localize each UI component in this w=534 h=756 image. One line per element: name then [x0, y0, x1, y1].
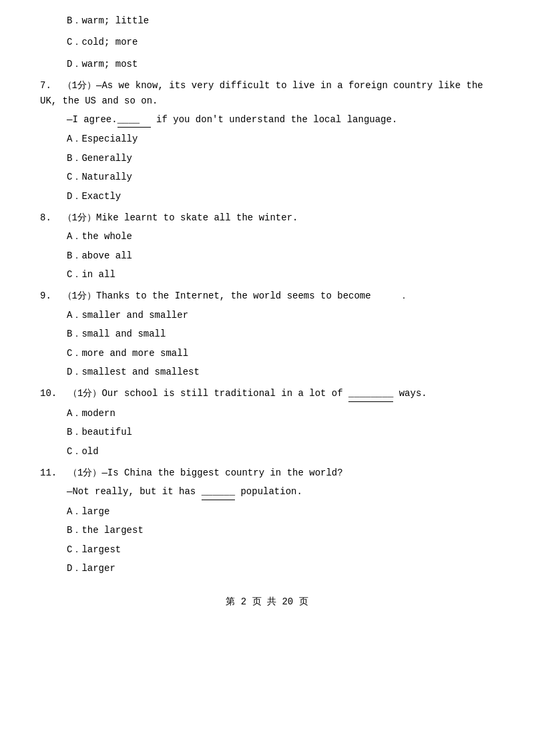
- question-8-option-c: C．in all: [67, 267, 494, 282]
- question-8-text: 8. （1分）Mike learnt to skate all the wint…: [40, 210, 494, 225]
- question-7-option-b: B．Generally: [67, 151, 494, 166]
- option-d-warm-most: D．warm; most: [40, 57, 494, 71]
- question-11-option-d: D．larger: [67, 561, 494, 576]
- question-10-option-a: A．modern: [67, 406, 494, 421]
- question-10-text: 10. （1分）Our school is still traditional …: [40, 386, 494, 401]
- question-11-subtext: —Not really, but it has ______ populatio…: [40, 484, 494, 500]
- option-text: B．warm; little: [67, 13, 494, 28]
- question-10: 10. （1分）Our school is still traditional …: [40, 386, 494, 459]
- question-8: 8. （1分）Mike learnt to skate all the wint…: [40, 210, 494, 282]
- question-11-text: 11. （1分）—Is China the biggest country in…: [40, 465, 494, 480]
- question-11: 11. （1分）—Is China the biggest country in…: [40, 465, 494, 576]
- question-7-subtext: —I agree.____ if you don't understand th…: [40, 112, 494, 128]
- question-8-option-b: B．above all: [67, 248, 494, 263]
- page-number: 第 2 页 共 20 页: [226, 596, 308, 607]
- question-7: 7. （1分）—As we know, its very difficult t…: [40, 78, 494, 204]
- option-c-cold-more: C．cold; more: [40, 35, 494, 49]
- question-7-option-d: D．Exactly: [67, 189, 494, 204]
- question-9-option-c: C．more and more small: [67, 346, 494, 361]
- page-footer: 第 2 页 共 20 页: [40, 596, 494, 608]
- question-11-option-a: A．large: [67, 504, 494, 519]
- question-10-option-b: B．beautiful: [67, 425, 494, 439]
- question-9-text: 9. （1分）Thanks to the Internet, the world…: [40, 289, 494, 303]
- question-7-option-c: C．Naturally: [67, 170, 494, 184]
- question-11-option-b: B．the largest: [67, 523, 494, 538]
- question-7-text: 7. （1分）—As we know, its very difficult t…: [40, 78, 494, 108]
- option-b-warm-little: B．warm; little: [40, 13, 494, 28]
- option-text: C．cold; more: [67, 35, 494, 49]
- question-9-option-b: B．small and small: [67, 327, 494, 341]
- question-11-option-c: C．largest: [67, 542, 494, 557]
- question-9-option-a: A．smaller and smaller: [67, 308, 494, 323]
- question-9-option-d: D．smallest and smallest: [67, 365, 494, 379]
- question-8-option-a: A．the whole: [67, 229, 494, 244]
- question-10-option-c: C．old: [67, 444, 494, 459]
- question-7-option-a: A．Especially: [67, 132, 494, 146]
- question-9: 9. （1分）Thanks to the Internet, the world…: [40, 289, 494, 379]
- option-text: D．warm; most: [67, 57, 494, 71]
